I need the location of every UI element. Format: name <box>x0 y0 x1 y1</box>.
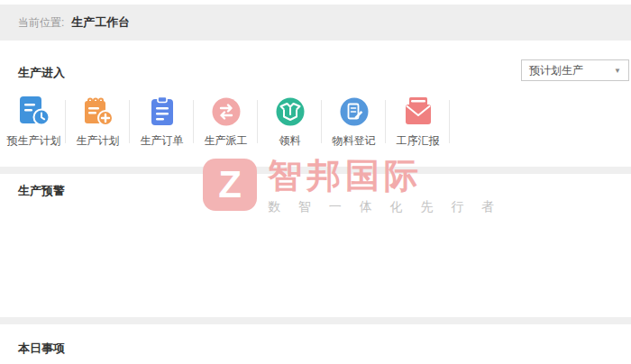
section-title-production-warning: 生产预警 <box>18 183 65 199</box>
breadcrumb-current-page: 生产工作台 <box>71 14 130 31</box>
clipboard-icon <box>146 95 178 129</box>
entry-item-label: 物料登记 <box>333 133 376 149</box>
entry-shortcut-row: 预生产计划 生产计划 <box>2 95 450 149</box>
production-entry-section: 生产进入 预计划生产 ▼ 预生产计划 <box>0 41 631 167</box>
breadcrumb-prefix: 当前位置: <box>18 15 64 31</box>
entry-item-material-register[interactable]: 物料登记 <box>322 95 386 149</box>
entry-item-label: 领料 <box>279 133 301 149</box>
entry-item-production-plan[interactable]: 生产计划 <box>66 95 130 149</box>
entry-item-production-dispatch[interactable]: 生产派工 <box>194 95 258 149</box>
production-type-select[interactable]: 预计划生产 ▼ <box>521 59 629 81</box>
entry-item-material-picking[interactable]: 领料 <box>258 95 322 149</box>
entry-item-label: 预生产计划 <box>7 133 61 149</box>
select-value: 预计划生产 <box>529 63 583 78</box>
breadcrumb: 当前位置: 生产工作台 <box>0 5 631 41</box>
entry-item-label: 生产订单 <box>141 133 184 149</box>
section-divider <box>0 317 631 324</box>
today-items-section: 本日事项 <box>0 324 631 364</box>
chevron-down-icon: ▼ <box>614 67 621 75</box>
notebook-plus-icon <box>81 95 115 129</box>
envelope-icon <box>401 95 435 129</box>
entry-item-process-report[interactable]: 工序汇报 <box>386 95 450 149</box>
section-title-today-items: 本日事项 <box>18 341 65 357</box>
section-divider <box>0 167 631 174</box>
document-clock-icon <box>17 95 51 129</box>
section-title-production-entry: 生产进入 <box>18 65 65 81</box>
entry-item-pre-production-plan[interactable]: 预生产计划 <box>2 95 66 149</box>
open-box-icon <box>274 95 306 129</box>
production-warning-section: 生产预警 正常 设备状况 正常 人员状况 0 临近交货⚙ 0 生产超期 <box>0 174 631 317</box>
entry-item-label: 工序汇报 <box>397 133 440 149</box>
transfer-arrows-icon <box>210 95 242 129</box>
document-pen-icon <box>338 95 370 129</box>
entry-item-label: 生产派工 <box>205 133 248 149</box>
entry-item-production-order[interactable]: 生产订单 <box>130 95 194 149</box>
entry-item-label: 生产计划 <box>77 133 120 149</box>
